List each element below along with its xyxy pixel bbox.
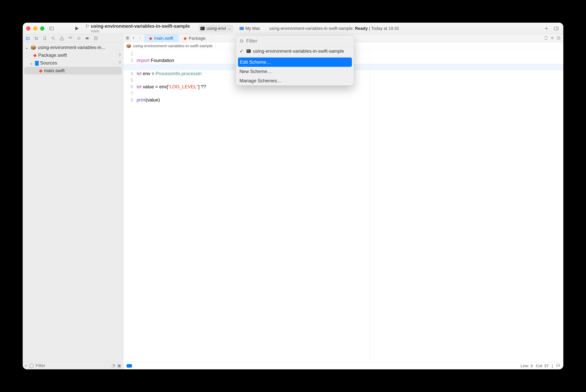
cursor-col: Col: 37 — [536, 364, 549, 368]
back-button[interactable] — [132, 36, 136, 41]
svg-rect-19 — [126, 36, 127, 38]
checkmark-icon: ✓ — [240, 48, 244, 54]
svg-point-3 — [86, 27, 87, 28]
bookmark-navigator-icon[interactable] — [42, 35, 48, 42]
tree-item-sources[interactable]: ⌄ ▇ Sources ? — [23, 59, 123, 67]
navigator-filter-input[interactable] — [36, 363, 110, 368]
branch-name: main — [91, 29, 190, 33]
editor-options-icon[interactable] — [550, 36, 554, 41]
editor-statusbar: Line: 3 Col: 37 | — [124, 362, 563, 369]
related-items-icon[interactable] — [125, 36, 130, 41]
close-icon[interactable] — [26, 26, 31, 30]
filter-scope-icon[interactable]: ◯ — [29, 363, 34, 368]
tree-item-main-swift[interactable]: ◆ main.swift — [24, 67, 122, 74]
swift-icon: ◆ — [149, 36, 152, 41]
project-title: using-environment-variables-in-swift-sam… — [91, 24, 190, 29]
tree-item-package-swift[interactable]: ◆ Package.swift ? — [23, 51, 123, 59]
editor-tabs: ◆ main.swift ◆ Package. — [144, 34, 212, 42]
chevron-down-icon: ⌄ — [228, 26, 231, 31]
tab-main-swift[interactable]: ◆ main.swift — [144, 34, 179, 42]
navigator-filter-bar: + ◯ ◔ ▣ — [23, 362, 123, 369]
destination-label: My Mac — [245, 26, 260, 31]
add-icon[interactable]: + — [25, 363, 27, 368]
popover-filter-input[interactable] — [246, 38, 350, 44]
project-tree: ⌄ 📦 using-environment-variables-in... ◆ … — [23, 42, 123, 362]
mac-icon — [240, 27, 244, 30]
svg-rect-20 — [128, 36, 129, 38]
adjust-editor-icon[interactable] — [556, 36, 561, 41]
issue-navigator-icon[interactable] — [59, 35, 65, 42]
popover-edit-scheme[interactable]: Edit Scheme… — [238, 58, 352, 67]
title-block: using-environment-variables-in-swift-sam… — [86, 24, 190, 33]
bottom-panel-icon[interactable] — [556, 363, 560, 368]
cursor-line: Line: 3 — [520, 364, 533, 368]
breakpoint-navigator-icon[interactable] — [84, 35, 91, 42]
popover-filter-row: ⊖ — [236, 36, 354, 46]
folder-icon: ▇ — [35, 60, 39, 66]
source-control-navigator-icon[interactable] — [33, 35, 39, 42]
test-navigator-icon[interactable] — [67, 35, 74, 42]
scheme-popover: ⊖ ✓ using-environment-variables-in-swift… — [236, 36, 354, 86]
editor-area: 📦 using-environment-variables-in-swift-s… — [124, 42, 563, 369]
svg-rect-21 — [126, 38, 127, 39]
svg-rect-22 — [128, 38, 129, 39]
scheme-label: using-envi — [207, 26, 226, 31]
divider — [236, 56, 354, 57]
popover-scheme-item[interactable]: ✓ using-environment-variables-in-swift-s… — [236, 46, 354, 56]
activity-status: using-environment-variables-in-swift-sam… — [269, 26, 399, 31]
svg-rect-28 — [557, 364, 560, 367]
add-button[interactable] — [543, 25, 550, 32]
titlebar: using-environment-variables-in-swift-sam… — [23, 23, 563, 34]
content-area: ⌄ 📦 using-environment-variables-in... ◆ … — [23, 42, 563, 369]
svg-rect-7 — [554, 27, 558, 30]
terminal-icon — [247, 50, 251, 53]
svg-point-11 — [52, 37, 54, 39]
navigator-sidebar: ⌄ 📦 using-environment-variables-in... ◆ … — [23, 42, 124, 369]
editor-sync-icon[interactable] — [544, 36, 548, 41]
source-text[interactable]: import Foundation let env = ProcessInfo.… — [136, 50, 563, 362]
destination-selector[interactable]: My Mac — [240, 26, 260, 31]
svg-point-2 — [86, 25, 87, 26]
tree-root[interactable]: ⌄ 📦 using-environment-variables-in... — [23, 44, 123, 51]
library-button[interactable] — [552, 25, 560, 32]
package-icon: 📦 — [126, 44, 131, 48]
branch-icon — [86, 24, 89, 28]
svg-rect-26 — [557, 36, 560, 39]
code-editor[interactable]: 1 2 3 4 5 6 7 8 import Foundation let en… — [124, 50, 563, 362]
report-navigator-icon[interactable] — [93, 35, 99, 42]
chevron-down-icon[interactable]: ⌄ — [29, 60, 34, 66]
scheme-selector[interactable]: using-envi ⌄ — [198, 24, 233, 32]
tab-package-swift[interactable]: ◆ Package. — [179, 34, 212, 42]
chevron-down-icon[interactable]: ⌄ — [25, 45, 29, 50]
xcode-window: using-environment-variables-in-swift-sam… — [23, 23, 563, 369]
filter-icon: ⊖ — [240, 38, 244, 44]
popover-manage-schemes[interactable]: Manage Schemes… — [236, 76, 354, 86]
svg-rect-14 — [78, 38, 80, 39]
package-icon: 📦 — [31, 45, 36, 50]
forward-button[interactable] — [138, 36, 142, 41]
status-indicator-icon[interactable] — [127, 364, 132, 368]
window-controls — [26, 26, 44, 30]
swift-icon: ◆ — [39, 68, 43, 74]
svg-rect-16 — [95, 37, 97, 40]
zoom-icon[interactable] — [40, 26, 44, 30]
swift-icon: ◆ — [184, 36, 187, 41]
find-navigator-icon[interactable] — [50, 35, 56, 42]
terminal-icon — [200, 27, 205, 30]
toggle-sidebar-button[interactable] — [48, 25, 55, 32]
line-gutter: 1 2 3 4 5 6 7 8 — [124, 50, 136, 362]
navigator-toolbar — [23, 34, 124, 42]
recent-icon[interactable]: ◔ — [112, 363, 115, 368]
svg-line-12 — [54, 39, 55, 40]
svg-rect-0 — [50, 27, 54, 30]
project-navigator-icon[interactable] — [25, 35, 31, 42]
run-button[interactable] — [73, 25, 81, 32]
scm-filter-icon[interactable]: ▣ — [117, 363, 121, 368]
swift-icon: ◆ — [33, 52, 37, 58]
chevron-right-icon: 〉 — [215, 43, 219, 48]
popover-new-scheme[interactable]: New Scheme… — [236, 67, 354, 76]
debug-navigator-icon[interactable] — [76, 35, 82, 42]
minimize-icon[interactable] — [33, 26, 38, 30]
